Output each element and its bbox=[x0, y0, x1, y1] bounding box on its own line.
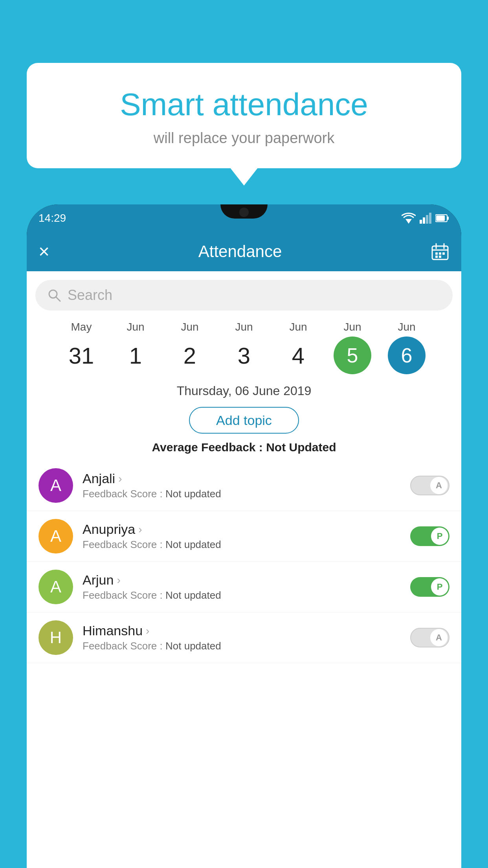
svg-rect-12 bbox=[435, 252, 438, 255]
search-placeholder: Search bbox=[68, 287, 112, 303]
date-day-2: 2 bbox=[171, 337, 209, 374]
student-row-3[interactable]: HHimanshu ›Feedback Score : Not updatedA bbox=[27, 612, 461, 663]
date-col-0[interactable]: May31 bbox=[54, 321, 108, 374]
svg-rect-13 bbox=[439, 252, 441, 255]
calendar-icon[interactable] bbox=[431, 242, 449, 261]
student-name-0: Anjali › bbox=[83, 471, 401, 486]
student-feedback-3: Feedback Score : Not updated bbox=[83, 640, 401, 652]
student-info-3: Himanshu ›Feedback Score : Not updated bbox=[83, 623, 401, 652]
date-col-3[interactable]: Jun3 bbox=[217, 321, 271, 374]
date-col-4[interactable]: Jun4 bbox=[271, 321, 325, 374]
bubble-title: Smart attendance bbox=[42, 86, 446, 123]
date-day-1: 1 bbox=[117, 337, 154, 374]
student-info-2: Arjun ›Feedback Score : Not updated bbox=[83, 572, 401, 601]
date-month-2: Jun bbox=[181, 321, 198, 333]
date-row: May31Jun1Jun2Jun3Jun4Jun5Jun6 bbox=[27, 311, 461, 374]
svg-rect-4 bbox=[429, 213, 431, 224]
chevron-icon-0: › bbox=[118, 473, 122, 485]
student-row-1[interactable]: AAnupriya ›Feedback Score : Not updatedP bbox=[27, 511, 461, 562]
student-feedback-2: Feedback Score : Not updated bbox=[83, 589, 401, 601]
chevron-icon-3: › bbox=[146, 625, 149, 637]
date-month-5: Jun bbox=[343, 321, 361, 333]
student-list: AAnjali ›Feedback Score : Not updatedAAA… bbox=[27, 460, 461, 663]
selected-date-label: Thursday, 06 June 2019 bbox=[27, 384, 461, 398]
avg-feedback-label: Average Feedback : bbox=[152, 441, 266, 454]
toggle-knob-2: P bbox=[431, 578, 448, 596]
svg-rect-6 bbox=[447, 217, 449, 220]
toggle-knob-3: A bbox=[430, 629, 448, 646]
svg-rect-16 bbox=[439, 256, 441, 258]
speech-bubble: Smart attendance will replace your paper… bbox=[27, 63, 461, 168]
toggle-switch-1[interactable]: P bbox=[410, 526, 449, 546]
toggle-switch-0[interactable]: A bbox=[410, 476, 449, 495]
toolbar-title: Attendance bbox=[50, 242, 431, 261]
date-day-3: 3 bbox=[225, 337, 263, 374]
date-month-3: Jun bbox=[235, 321, 253, 333]
date-day-5: 5 bbox=[334, 337, 371, 374]
wifi-icon bbox=[402, 213, 416, 224]
svg-marker-0 bbox=[405, 219, 412, 224]
toggle-switch-2[interactable]: P bbox=[410, 577, 449, 597]
toggle-knob-1: P bbox=[431, 528, 448, 545]
student-avatar-0: A bbox=[39, 468, 73, 503]
phone-frame: 14:29 × Attendance bbox=[27, 204, 461, 868]
add-topic-button[interactable]: Add topic bbox=[189, 407, 299, 434]
toggle-knob-0: A bbox=[430, 477, 448, 494]
date-col-5[interactable]: Jun5 bbox=[325, 321, 380, 374]
date-col-1[interactable]: Jun1 bbox=[108, 321, 163, 374]
svg-rect-1 bbox=[420, 220, 422, 224]
student-avatar-3: H bbox=[39, 620, 73, 655]
date-month-1: Jun bbox=[127, 321, 144, 333]
battery-icon bbox=[435, 214, 449, 223]
search-icon bbox=[47, 288, 61, 302]
student-feedback-0: Feedback Score : Not updated bbox=[83, 488, 401, 500]
svg-rect-15 bbox=[435, 256, 438, 258]
svg-rect-2 bbox=[423, 217, 425, 224]
phone-notch bbox=[220, 204, 268, 219]
date-col-6[interactable]: Jun6 bbox=[380, 321, 434, 374]
date-month-6: Jun bbox=[398, 321, 415, 333]
student-row-0[interactable]: AAnjali ›Feedback Score : Not updatedA bbox=[27, 460, 461, 511]
toggle-switch-3[interactable]: A bbox=[410, 628, 449, 647]
date-day-6: 6 bbox=[388, 337, 426, 374]
student-name-3: Himanshu › bbox=[83, 623, 401, 638]
date-day-0: 31 bbox=[62, 337, 100, 374]
student-avatar-2: A bbox=[39, 570, 73, 604]
student-row-2[interactable]: AArjun ›Feedback Score : Not updatedP bbox=[27, 562, 461, 612]
date-month-0: May bbox=[71, 321, 92, 333]
student-name-1: Anupriya › bbox=[83, 522, 401, 537]
date-day-4: 4 bbox=[279, 337, 317, 374]
app-toolbar: × Attendance bbox=[27, 232, 461, 271]
chevron-icon-1: › bbox=[138, 523, 142, 536]
student-avatar-1: A bbox=[39, 519, 73, 554]
chevron-icon-2: › bbox=[117, 574, 120, 587]
svg-rect-14 bbox=[442, 252, 445, 255]
bubble-subtitle: will replace your paperwork bbox=[42, 130, 446, 147]
student-name-2: Arjun › bbox=[83, 572, 401, 588]
date-month-4: Jun bbox=[289, 321, 307, 333]
close-button[interactable]: × bbox=[39, 242, 50, 261]
svg-line-18 bbox=[56, 297, 60, 301]
search-bar[interactable]: Search bbox=[35, 280, 453, 311]
phone-screen: Search May31Jun1Jun2Jun3Jun4Jun5Jun6 Thu… bbox=[27, 271, 461, 868]
date-col-2[interactable]: Jun2 bbox=[163, 321, 217, 374]
status-time: 14:29 bbox=[39, 212, 66, 224]
student-info-1: Anupriya ›Feedback Score : Not updated bbox=[83, 522, 401, 551]
svg-rect-7 bbox=[436, 215, 445, 221]
signal-icon bbox=[420, 213, 431, 224]
status-icons bbox=[402, 213, 449, 224]
student-info-0: Anjali ›Feedback Score : Not updated bbox=[83, 471, 401, 500]
average-feedback: Average Feedback : Not Updated bbox=[27, 441, 461, 454]
student-feedback-1: Feedback Score : Not updated bbox=[83, 539, 401, 551]
front-camera bbox=[239, 208, 249, 217]
svg-rect-3 bbox=[426, 215, 428, 224]
avg-feedback-value: Not Updated bbox=[266, 441, 336, 454]
